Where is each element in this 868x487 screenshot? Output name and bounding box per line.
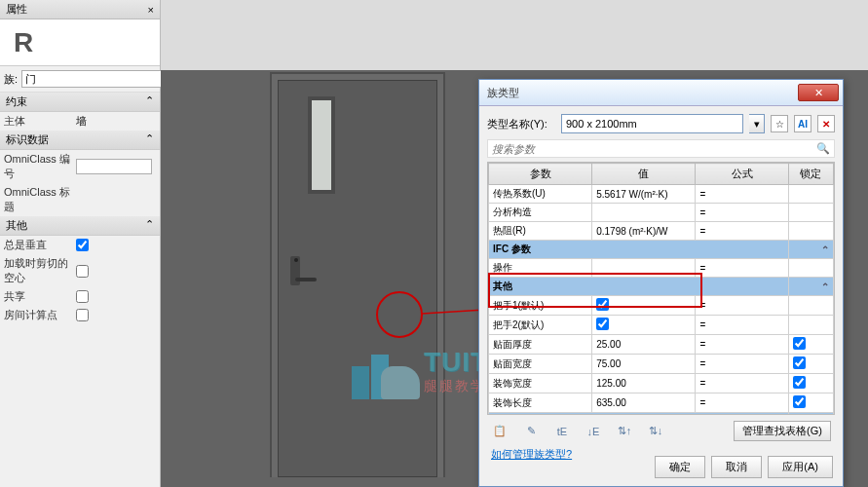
section-identity[interactable]: 标识数据⌃ [0, 131, 160, 150]
table-row: 热阻(R)0.1798 (m²·K)/W= [489, 222, 834, 241]
lock-checkbox[interactable] [793, 337, 806, 350]
properties-title-bar: 属性 × [0, 0, 160, 19]
prop-omniclass-title: OmniClass 标题 [0, 183, 160, 216]
collapse-icon: ⌃ [145, 218, 154, 233]
rename-type-icon[interactable]: AI [794, 115, 811, 132]
section-ifc: IFC 参数⌃ [489, 241, 834, 259]
lock-checkbox[interactable] [793, 376, 806, 389]
manage-lookup-button[interactable]: 管理查找表格(G) [734, 421, 831, 441]
lock-checkbox[interactable] [793, 356, 806, 369]
properties-panel: 属性 × R 族: ▾ 编辑类型 约束⌃ 主体 墙 标识数据⌃ OmniClas… [0, 0, 161, 487]
prop-always-vertical: 总是垂直 [0, 236, 160, 254]
table-row: 贴面厚度25.00= [489, 335, 834, 355]
section-constraints[interactable]: 约束⌃ [0, 93, 160, 112]
table-row: 操作= [489, 259, 834, 278]
new-type-icon[interactable]: ☆ [771, 115, 788, 132]
table-row: 分析构造= [489, 204, 834, 222]
prop-label: 加载时剪切的空心 [4, 256, 76, 285]
family-thumbnail: R [0, 19, 160, 66]
door-element[interactable] [270, 72, 445, 477]
section-label: 约束 [6, 94, 27, 109]
sort-asc-icon[interactable]: ⇅↑ [616, 423, 633, 440]
type-name-row: 类型名称(Y): ▾ ☆ AI ✕ [487, 114, 835, 133]
parameters-table[interactable]: 参数 值 公式 锁定 传热系数(U)5.5617 W/(m²·K)= 分析构造=… [487, 162, 835, 415]
prop-shared: 共享 [0, 287, 160, 306]
col-formula[interactable]: 公式 [696, 164, 789, 185]
family-types-dialog: 族类型 ✕ 类型名称(Y): ▾ ☆ AI ✕ 🔍 参数 值 公式 锁定 [478, 79, 844, 487]
move-down-icon[interactable]: ↓E [585, 423, 602, 440]
always-vertical-checkbox[interactable] [76, 239, 89, 251]
table-header: 参数 值 公式 锁定 [489, 164, 834, 185]
revit-logo-icon: R [4, 23, 43, 62]
edit-param-icon[interactable]: ✎ [522, 423, 540, 440]
dialog-title: 族类型 [483, 86, 798, 100]
close-icon[interactable]: × [148, 4, 154, 16]
add-param-icon[interactable]: 📋 [491, 423, 509, 440]
prop-label: 房间计算点 [4, 308, 76, 322]
move-up-icon[interactable]: tE [553, 423, 571, 440]
properties-title: 属性 [6, 2, 27, 17]
family-selector-row: 族: ▾ 编辑类型 [0, 66, 160, 93]
col-lock[interactable]: 锁定 [788, 164, 833, 185]
family-type-dropdown[interactable] [21, 70, 164, 88]
handle2-checkbox[interactable] [596, 318, 609, 330]
prop-label: 主体 [4, 114, 76, 129]
search-icon[interactable]: 🔍 [816, 142, 830, 155]
collapse-icon: ⌃ [145, 94, 154, 109]
table-row: 传热系数(U)5.5617 W/(m²·K)= [489, 185, 834, 204]
dialog-body: 类型名称(Y): ▾ ☆ AI ✕ 🔍 参数 值 公式 锁定 传热系数(U)5.… [479, 106, 843, 473]
dialog-buttons: 确定 取消 应用(A) [655, 456, 833, 478]
dialog-title-bar[interactable]: 族类型 ✕ [479, 80, 843, 106]
door-window [308, 96, 335, 194]
ok-button[interactable]: 确定 [655, 456, 705, 478]
room-calc-checkbox[interactable] [76, 309, 89, 321]
close-button[interactable]: ✕ [798, 84, 839, 101]
delete-type-icon[interactable]: ✕ [817, 115, 835, 132]
section-identity: 标识数据⌃ [489, 413, 834, 416]
prop-label: OmniClass 编号 [4, 152, 76, 181]
prop-host: 主体 墙 [0, 112, 160, 131]
viewport-background [161, 0, 868, 70]
table-row: 贴面宽度75.00= [489, 355, 834, 374]
table-row: 装饰宽度125.00= [489, 374, 834, 393]
annotation-circle [376, 291, 423, 338]
section-other: 其他⌃ [489, 278, 834, 296]
cancel-button[interactable]: 取消 [711, 456, 762, 478]
type-name-dropdown[interactable] [561, 114, 743, 133]
sort-desc-icon[interactable]: ⇅↓ [647, 423, 664, 440]
col-value[interactable]: 值 [592, 164, 696, 185]
section-label: 标识数据 [6, 132, 49, 147]
type-name-label: 类型名称(Y): [487, 117, 555, 131]
prop-label: 总是垂直 [4, 238, 76, 252]
door-handle [290, 256, 300, 285]
lock-checkbox[interactable] [793, 395, 806, 408]
col-param[interactable]: 参数 [489, 164, 592, 185]
collapse-icon: ⌃ [145, 132, 154, 147]
chevron-down-icon[interactable]: ▾ [749, 114, 765, 133]
apply-button[interactable]: 应用(A) [768, 456, 833, 478]
prop-omniclass-num: OmniClass 编号 [0, 150, 160, 183]
prop-room-calc: 房间计算点 [0, 306, 160, 324]
cut-void-checkbox[interactable] [76, 265, 89, 278]
prop-cut-void: 加载时剪切的空心 [0, 254, 160, 287]
table-row: 装饰长度635.00= [489, 393, 834, 413]
search-row: 🔍 [487, 139, 835, 158]
prop-value[interactable]: 墙 [76, 114, 87, 129]
table-row-handle2: 把手2(默认)= [489, 316, 834, 335]
family-label: 族: [4, 72, 18, 87]
section-other[interactable]: 其他⌃ [0, 216, 160, 236]
param-toolbar: 📋 ✎ tE ↓E ⇅↑ ⇅↓ 管理查找表格(G) [487, 415, 835, 443]
handle1-checkbox[interactable] [596, 298, 609, 311]
shared-checkbox[interactable] [76, 290, 89, 303]
prop-label: 共享 [4, 289, 76, 304]
table-row-handle1: 把手1(默认)= [489, 296, 834, 316]
prop-label: OmniClass 标题 [4, 185, 76, 214]
section-label: 其他 [6, 218, 27, 233]
omniclass-number-input[interactable] [76, 159, 152, 174]
search-input[interactable] [492, 143, 812, 155]
door-leaf [278, 80, 437, 477]
